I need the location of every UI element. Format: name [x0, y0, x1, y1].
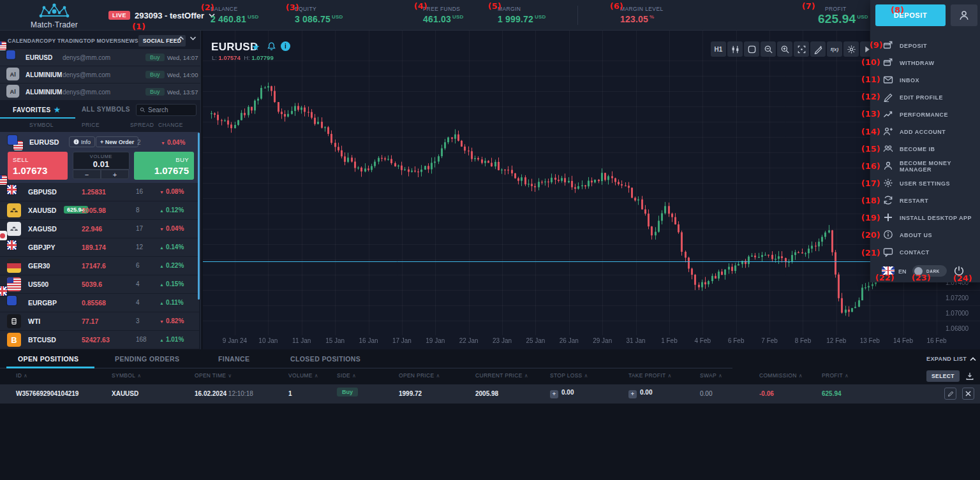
tab-finance[interactable]: FINANCE: [218, 355, 249, 363]
symbol-list-scrollbar[interactable]: [198, 133, 200, 300]
avatar-button[interactable]: [951, 4, 977, 26]
col-swap[interactable]: SWAP∧: [700, 372, 722, 379]
annotation-4: (4): [414, 1, 427, 11]
chart-info-icon[interactable]: i: [281, 41, 290, 51]
indicators-button[interactable]: f(x): [827, 41, 842, 57]
tab-pending-orders[interactable]: PENDING ORDERS: [115, 355, 179, 363]
menu-item-restart[interactable]: RESTART: [870, 192, 980, 209]
timeframe-button[interactable]: H1: [711, 41, 726, 57]
symbol-change: ▲0.15%: [160, 280, 184, 287]
col-volume[interactable]: VOLUME∧: [288, 372, 318, 379]
info-button[interactable]: Info: [69, 136, 95, 147]
symbol-row-gbpusd[interactable]: GBPUSD1.2583116▼0.08%: [0, 183, 199, 201]
col-open-price[interactable]: OPEN PRICE∧: [399, 372, 440, 379]
position-row[interactable]: W3576692904104219XAUUSD16.02.2024 12:10:…: [0, 384, 980, 404]
tabs-divider: [0, 368, 732, 368]
menu-item-user-settings[interactable]: USER SETTINGS: [870, 175, 980, 192]
sell-label: SELL: [13, 156, 63, 163]
symbol-row-wti[interactable]: WTI77.173▼0.82%: [0, 312, 199, 330]
zoom-out-button[interactable]: [761, 41, 776, 57]
menu-item-label: ABOUT US: [900, 232, 932, 238]
symbol-search[interactable]: [136, 104, 197, 116]
chart-session-range: L: 1.07574 H: 1.07799: [212, 54, 274, 61]
active-tab-underline: [6, 367, 94, 368]
volume-input[interactable]: VOLUME 0.01: [73, 152, 130, 170]
col-open-time[interactable]: OPEN TIME∨: [195, 372, 232, 379]
symbol-name: GER30: [28, 262, 50, 270]
person-icon: [958, 10, 970, 21]
ger30-icon: [7, 259, 21, 273]
select-button[interactable]: SELECT: [926, 370, 960, 382]
edit-position-button[interactable]: [944, 388, 956, 400]
col-take-profit[interactable]: TAKE PROFIT∧: [628, 372, 672, 379]
tab-all-symbols[interactable]: ALL SYMBOLS: [82, 106, 130, 113]
symbol-row-gbpjpy[interactable]: GBPJPY189.17412▲0.14%: [0, 238, 199, 256]
menu-item-edit-profile[interactable]: EDIT PROFILE: [870, 89, 980, 106]
chart-alert-bell-icon[interactable]: [267, 41, 276, 52]
menu-item-become-ib[interactable]: BECOME IB: [870, 140, 980, 157]
add-take-profit-button[interactable]: +: [628, 390, 637, 398]
menu-item-add-account[interactable]: ADD ACCOUNT: [870, 123, 980, 140]
account-menu-items: DEPOSITWITHDRAWINBOXEDIT PROFILEPERFORMA…: [870, 37, 980, 261]
symbol-row-us500[interactable]: US5005039.64▲0.15%: [0, 275, 199, 293]
symbol-row-ger30[interactable]: GER3017147.66▲0.22%: [0, 257, 199, 275]
draw-tool-button[interactable]: [810, 41, 826, 57]
annotation-19: (19): [861, 213, 880, 222]
sell-button[interactable]: SELL 1.07673: [8, 152, 68, 180]
stat-profit: PROFIT 625.94USD: [818, 6, 868, 26]
sidebar-tab-news[interactable]: NEWS: [121, 38, 138, 44]
col-commission[interactable]: COMMISSION∧: [759, 372, 803, 379]
shape-tool-button[interactable]: [744, 41, 759, 57]
buy-button[interactable]: BUY 1.07675: [134, 152, 194, 180]
search-input[interactable]: [148, 106, 193, 113]
symbol-row-eurgbp[interactable]: EURGBP0.855684▲0.11%: [0, 294, 199, 312]
collapse-up-icon[interactable]: [177, 36, 184, 41]
crosshair-button[interactable]: [794, 41, 809, 57]
feed-item[interactable]: AlALUMINIUMdenys@mm.comBuyWed, 13:57: [0, 84, 201, 100]
deposit-button[interactable]: DEPOSIT: [875, 4, 946, 26]
menu-item-install-desktop-app[interactable]: INSTALL DESKTOP APP: [870, 209, 980, 226]
col-profit[interactable]: PROFIT∧: [822, 372, 849, 379]
symbol-spread: 168: [136, 336, 147, 343]
col-symbol[interactable]: SYMBOL∧: [112, 372, 141, 379]
tab-open-positions[interactable]: OPEN POSITIONS: [18, 355, 78, 363]
col-current-price[interactable]: CURRENT PRICE∧: [475, 372, 528, 379]
symbol-row-xagusd[interactable]: XAGUSD22.94617▼0.04%: [0, 220, 199, 238]
menu-item-contact[interactable]: CONTACT: [870, 244, 980, 261]
session-high: 1.07799: [251, 54, 273, 61]
menu-item-inbox[interactable]: INBOX: [870, 71, 980, 89]
stat-value: 625.94: [818, 12, 856, 25]
tab-closed-positions[interactable]: CLOSED POSITIONS: [290, 355, 360, 363]
close-position-button[interactable]: [962, 388, 974, 400]
col-side[interactable]: SIDE∧: [337, 372, 356, 379]
symbol-row-btcusd[interactable]: BBTCUSD52427.63168▲1.01%: [0, 331, 199, 349]
chart-settings-button[interactable]: [843, 41, 859, 57]
sidebar-tab-calendar[interactable]: CALENDAR: [8, 38, 40, 44]
add-stop-loss-button[interactable]: +: [550, 390, 558, 398]
menu-item-withdraw[interactable]: WITHDRAW: [870, 54, 980, 71]
zoom-in-button[interactable]: [777, 41, 792, 57]
sidebar-tab-copy-trading[interactable]: COPY TRADING: [40, 38, 84, 44]
menu-item-deposit[interactable]: DEPOSIT: [870, 37, 980, 54]
selected-symbol-panel[interactable]: EURUSD Info + New Order 2 ▼0.04% SELL 1.…: [0, 132, 199, 183]
chart-favorite-star-icon[interactable]: ★: [251, 41, 260, 53]
volume-increase-button[interactable]: +: [101, 170, 129, 179]
feed-item[interactable]: EURUSDdenys@mm.comBuyWed, 14:07: [0, 49, 201, 66]
new-order-button[interactable]: + New Order: [96, 136, 138, 147]
account-selector[interactable]: LIVE 293093 - testOffer: [108, 9, 215, 22]
symbol-row-xauusd[interactable]: XAUUSD625.942005.988▲0.12%: [0, 201, 199, 219]
volume-decrease-button[interactable]: −: [73, 170, 101, 179]
tab-favorites[interactable]: FAVORITES★: [13, 106, 61, 114]
menu-item-performance[interactable]: PERFORMANCE: [870, 106, 980, 123]
download-icon[interactable]: [965, 370, 978, 382]
expand-list-button[interactable]: EXPAND LIST: [926, 356, 976, 362]
menu-item-about-us[interactable]: ABOUT US: [870, 226, 980, 244]
col-id[interactable]: ID∧: [16, 372, 27, 379]
chart-type-candles-button[interactable]: [727, 41, 743, 57]
col-stop-loss[interactable]: STOP LOSS∧: [550, 372, 588, 379]
menu-item-become-money-manager[interactable]: BECOME MONEY MANAGER: [870, 157, 980, 175]
sidebar-tab-top-movers[interactable]: TOP MOVERS: [84, 38, 121, 44]
collapse-down-icon[interactable]: [189, 36, 197, 41]
cell-open-time: 16.02.2024 12:10:18: [195, 390, 253, 397]
feed-item[interactable]: AlALUMINIUMdenys@mm.comBuyWed, 14:00: [0, 66, 201, 83]
